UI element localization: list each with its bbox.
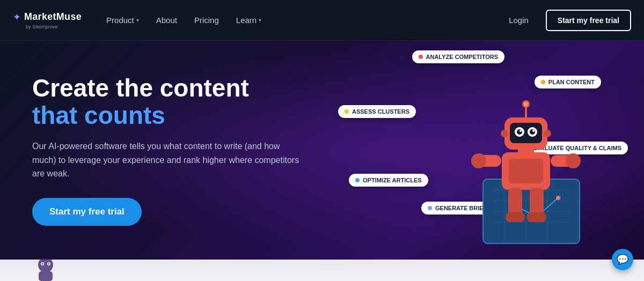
hero-trial-button[interactable]: Start my free trial: [32, 198, 142, 226]
svg-point-22: [532, 130, 535, 132]
hero-illustration: ANALYZE COMPETITORS PLAN CONTENT ASSESS …: [322, 41, 644, 260]
svg-rect-16: [510, 123, 542, 143]
navbar: ✦ MarketMuse by Siteimprove Product ▾ Ab…: [0, 0, 644, 41]
nav-trial-button[interactable]: Start my free trial: [546, 10, 631, 31]
svg-rect-35: [527, 212, 546, 222]
hero-section: Create the content that counts Our AI-po…: [0, 41, 644, 260]
logo[interactable]: ✦ MarketMuse by Siteimprove: [13, 11, 82, 29]
badge-analyze-competitors: ANALYZE COMPETITORS: [412, 50, 504, 63]
svg-point-40: [48, 263, 50, 265]
chevron-down-icon: ▾: [136, 17, 139, 23]
svg-point-31: [566, 153, 581, 168]
nav-learn[interactable]: Learn ▾: [229, 11, 269, 29]
svg-point-39: [42, 263, 43, 265]
logo-icon: ✦: [13, 11, 21, 23]
hero-subtitle: Our AI-powered software tells you what c…: [32, 139, 301, 181]
hero-content: Create the content that counts Our AI-po…: [0, 53, 333, 247]
footer-robot-icon: [32, 254, 59, 281]
svg-point-29: [471, 153, 486, 168]
svg-point-21: [519, 130, 522, 132]
nav-left: ✦ MarketMuse by Siteimprove Product ▾ Ab…: [13, 11, 269, 29]
footer-strip: [0, 260, 644, 281]
nav-pricing[interactable]: Pricing: [187, 11, 226, 29]
svg-point-27: [544, 130, 551, 137]
svg-rect-34: [506, 212, 525, 222]
svg-rect-41: [39, 271, 53, 281]
hero-title: Create the content that counts: [32, 75, 301, 129]
badge-optimize-articles: OPTIMIZE ARTICLES: [349, 174, 428, 187]
badge-assess-clusters: ASSESS CLUSTERS: [338, 105, 416, 118]
nav-links: Product ▾ About Pricing Learn ▾: [99, 11, 269, 29]
logo-sub: by Siteimprove: [26, 24, 58, 29]
nav-right: Login Start my free trial: [500, 10, 631, 31]
svg-point-20: [530, 129, 535, 135]
svg-point-19: [517, 129, 522, 135]
svg-point-26: [501, 130, 508, 137]
nav-product[interactable]: Product ▾: [99, 11, 147, 29]
svg-rect-13: [509, 159, 543, 183]
svg-point-36: [38, 257, 53, 272]
logo-name: MarketMuse: [24, 11, 82, 23]
nav-about[interactable]: About: [149, 11, 185, 29]
svg-point-25: [524, 102, 528, 106]
logo-top: ✦ MarketMuse: [13, 11, 82, 23]
robot-illustration: [451, 66, 601, 260]
chevron-down-icon: ▾: [259, 17, 261, 23]
login-button[interactable]: Login: [500, 11, 537, 29]
